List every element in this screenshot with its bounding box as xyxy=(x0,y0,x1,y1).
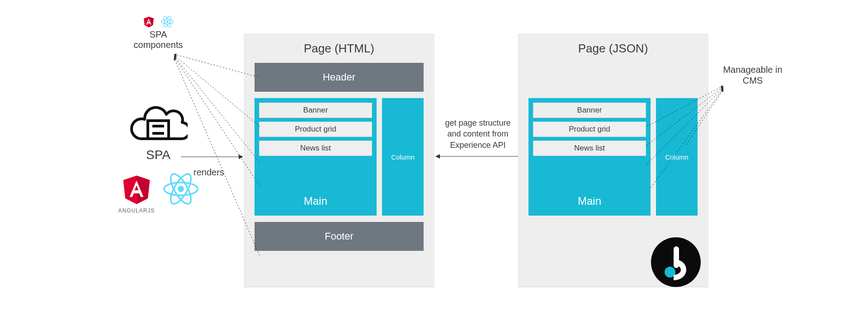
column-box-json: Column xyxy=(656,98,698,216)
renders-label: renders xyxy=(193,167,224,178)
spa-big-icons: ANGULARJS xyxy=(90,173,226,214)
svg-marker-16 xyxy=(239,155,243,159)
page-html-title: Page (HTML) xyxy=(255,42,424,56)
slot-news-list: News list xyxy=(533,141,646,156)
header-bar: Header xyxy=(255,63,424,92)
slot-news-list: News list xyxy=(259,141,372,156)
svg-point-11 xyxy=(178,186,184,192)
experience-api-label: get page structure and content from Expe… xyxy=(439,118,516,151)
main-label-html: Main xyxy=(259,195,372,207)
angular-icon: ANGULARJS xyxy=(118,173,155,214)
react-icon xyxy=(161,16,174,28)
svg-point-2 xyxy=(166,21,169,23)
svg-rect-6 xyxy=(148,121,169,139)
cms-label: Manageable in CMS xyxy=(719,64,787,86)
react-icon xyxy=(163,173,198,214)
renders-arrow xyxy=(181,154,244,160)
api-arrow xyxy=(435,153,519,160)
architecture-diagram: SPA components SPA ANGULARJS xyxy=(81,9,787,298)
main-label-json: Main xyxy=(533,195,646,207)
bloomreach-logo-icon xyxy=(651,237,701,287)
main-box-html: Banner Product grid News list Main xyxy=(255,98,377,216)
spa-components-label: SPA components xyxy=(90,29,226,50)
footer-bar: Footer xyxy=(255,222,424,251)
slot-product-grid: Product grid xyxy=(533,122,646,137)
slot-banner: Banner xyxy=(533,103,646,118)
cloud-server-icon xyxy=(90,100,226,145)
spa-mini-icons xyxy=(90,16,226,28)
page-html-card: Page (HTML) Header Banner Product grid N… xyxy=(244,34,434,287)
slot-banner: Banner xyxy=(259,103,372,118)
angular-icon xyxy=(143,16,155,28)
main-box-json: Banner Product grid News list Main xyxy=(528,98,651,216)
slot-product-grid: Product grid xyxy=(259,122,372,137)
page-json-title: Page (JSON) xyxy=(528,42,698,56)
column-box-html: Column xyxy=(382,98,424,216)
svg-marker-18 xyxy=(435,154,440,159)
angular-label: ANGULARJS xyxy=(118,207,155,214)
spa-column: SPA components SPA ANGULARJS xyxy=(90,16,226,214)
